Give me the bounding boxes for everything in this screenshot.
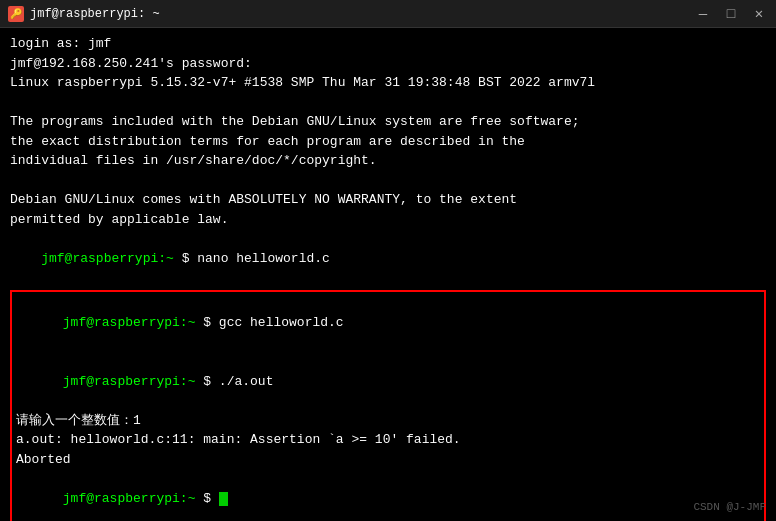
cmd-run: $ ./a.out	[195, 374, 273, 389]
prompt-run: jmf@raspberrypi:~	[63, 374, 196, 389]
line-permitted: permitted by applicable law.	[10, 210, 766, 230]
terminal-output: login as: jmf jmf@192.168.250.241's pass…	[0, 28, 776, 521]
line-exact: the exact distribution terms for each pr…	[10, 132, 766, 152]
line-aborted: Aborted	[16, 450, 760, 470]
cmd-final: $	[195, 491, 218, 506]
highlighted-section: jmf@raspberrypi:~ $ gcc helloworld.c jmf…	[10, 290, 766, 522]
cmd-nano: $ nano helloworld.c	[174, 251, 330, 266]
line-gcc: jmf@raspberrypi:~ $ gcc helloworld.c	[16, 294, 760, 353]
window-controls: — □ ✕	[694, 5, 768, 22]
line-nano-cmd: jmf@raspberrypi:~ $ nano helloworld.c	[10, 229, 766, 288]
watermark: CSDN @J-JMF	[693, 501, 766, 513]
line-blank-2	[10, 171, 766, 191]
line-final-prompt: jmf@raspberrypi:~ $	[16, 469, 760, 521]
close-button[interactable]: ✕	[750, 5, 768, 22]
prompt-nano: jmf@raspberrypi:~	[41, 251, 174, 266]
terminal-cursor	[219, 492, 228, 506]
line-blank-1	[10, 93, 766, 113]
window-title: jmf@raspberrypi: ~	[30, 7, 160, 21]
line-debian: Debian GNU/Linux comes with ABSOLUTELY N…	[10, 190, 766, 210]
line-run: jmf@raspberrypi:~ $ ./a.out	[16, 352, 760, 411]
cmd-gcc: $ gcc helloworld.c	[195, 315, 343, 330]
maximize-button[interactable]: □	[722, 6, 740, 22]
line-assertion: a.out: helloworld.c:11: main: Assertion …	[16, 430, 760, 450]
prompt-gcc: jmf@raspberrypi:~	[63, 315, 196, 330]
app-icon: 🔑	[8, 6, 24, 22]
line-individual: individual files in /usr/share/doc/*/cop…	[10, 151, 766, 171]
line-password: jmf@192.168.250.241's password:	[10, 54, 766, 74]
minimize-button[interactable]: —	[694, 6, 712, 22]
title-left: 🔑 jmf@raspberrypi: ~	[8, 6, 160, 22]
line-programs: The programs included with the Debian GN…	[10, 112, 766, 132]
line-login: login as: jmf	[10, 34, 766, 54]
prompt-final: jmf@raspberrypi:~	[63, 491, 196, 506]
line-input-prompt: 请输入一个整数值：1	[16, 411, 760, 431]
title-bar: 🔑 jmf@raspberrypi: ~ — □ ✕	[0, 0, 776, 28]
line-linux-version: Linux raspberrypi 5.15.32-v7+ #1538 SMP …	[10, 73, 766, 93]
